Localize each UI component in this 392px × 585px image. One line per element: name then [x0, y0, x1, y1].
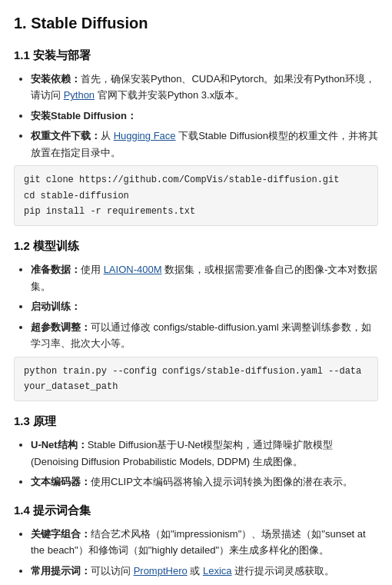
- item-label-params: 超参数调整：: [31, 321, 91, 333]
- list-item-text-encoder: 文本编码器：使用CLIP文本编码器将输入提示词转换为图像的潜在表示。: [31, 474, 378, 490]
- list-item-start-train: 启动训练：: [31, 298, 378, 314]
- section-list-s2: 准备数据：使用 LAION-400M 数据集，或根据需要准备自己的图像-文本对数…: [14, 261, 378, 351]
- section-heading-s3: 1.3 原理: [14, 412, 378, 430]
- link-lexica[interactable]: Lexica: [203, 565, 232, 577]
- item-label-install-weights: 权重文件下载：: [31, 130, 101, 141]
- item-label-data-prep: 准备数据：: [31, 264, 81, 275]
- list-item-data-prep: 准备数据：使用 LAION-400M 数据集，或根据需要准备自己的图像-文本对数…: [31, 261, 378, 294]
- list-item-keyword-combo: 关键字组合：结合艺术风格（如"impressionism"）、场景描述（如"su…: [31, 526, 378, 559]
- item-label-install-env: 安装依赖：: [31, 73, 81, 85]
- item-label-keyword-combo: 关键字组合：: [31, 528, 91, 540]
- list-item-install-sd: 安装Stable Diffusion：: [31, 108, 378, 124]
- section-s2: 1.2 模型训练准备数据：使用 LAION-400M 数据集，或根据需要准备自己…: [14, 237, 378, 401]
- link-hugging-face[interactable]: Hugging Face: [114, 130, 176, 141]
- section-list-s3: U-Net结构：Stable Diffusion基于U-Net模型架构，通过降噪…: [14, 437, 378, 490]
- code-block-install-sd: git clone https://github.com/CompVis/sta…: [14, 165, 378, 226]
- link-python[interactable]: Python: [64, 89, 95, 101]
- section-heading-s1: 1.1 安装与部署: [14, 46, 378, 65]
- page-title: 1. Stable Diffusion: [14, 11, 378, 35]
- item-label-common-prompts: 常用提示词：: [31, 565, 91, 577]
- section-s3: 1.3 原理U-Net结构：Stable Diffusion基于U-Net模型架…: [14, 412, 378, 490]
- item-label-start-train: 启动训练：: [31, 301, 81, 312]
- section-list-s4: 关键字组合：结合艺术风格（如"impressionism"）、场景描述（如"su…: [14, 526, 378, 579]
- list-item-install-env: 安装依赖：首先，确保安装Python、CUDA和Pytorch。如果没有Pyth…: [31, 71, 378, 104]
- section-s1: 1.1 安装与部署安装依赖：首先，确保安装Python、CUDA和Pytorch…: [14, 46, 378, 226]
- item-label-install-sd: 安装Stable Diffusion：: [31, 110, 137, 121]
- list-item-common-prompts: 常用提示词：可以访问 PromptHero 或 Lexica 进行提示词灵感获取…: [31, 563, 378, 579]
- item-label-unet: U-Net结构：: [31, 439, 88, 450]
- list-item-unet: U-Net结构：Stable Diffusion基于U-Net模型架构，通过降噪…: [31, 437, 378, 470]
- section-heading-s4: 1.4 提示词合集: [14, 501, 378, 520]
- list-item-params: 超参数调整：可以通过修改 configs/stable-diffusion.ya…: [31, 319, 378, 352]
- list-item-install-weights: 权重文件下载：从 Hugging Face 下载Stable Diffusion…: [31, 128, 378, 161]
- link-laion-400m[interactable]: LAION-400M: [104, 264, 162, 275]
- code-block-start-train: python train.py --config configs/stable-…: [14, 357, 378, 402]
- link-prompthero[interactable]: PromptHero: [134, 565, 188, 577]
- item-label-text-encoder: 文本编码器：: [31, 476, 91, 487]
- section-heading-s2: 1.2 模型训练: [14, 237, 378, 255]
- section-s4: 1.4 提示词合集关键字组合：结合艺术风格（如"impressionism"）、…: [14, 501, 378, 579]
- section-list-s1: 安装依赖：首先，确保安装Python、CUDA和Pytorch。如果没有Pyth…: [14, 71, 378, 161]
